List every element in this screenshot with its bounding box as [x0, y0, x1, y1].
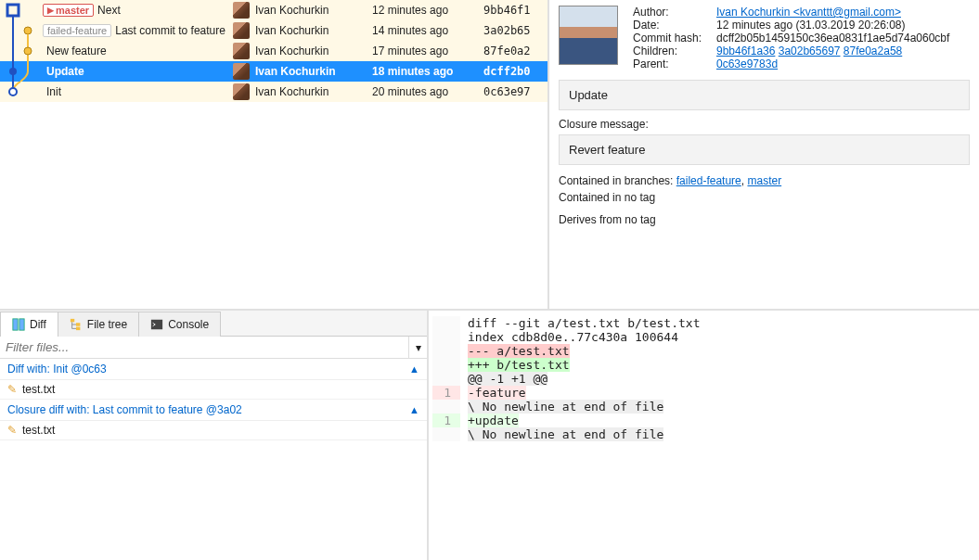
- diff-line: 1-feature: [432, 386, 975, 400]
- commit-date: 20 minutes ago: [372, 85, 483, 98]
- commit-short-hash: 9bb46f1: [483, 4, 539, 17]
- commit-short-hash: 87fe0a2: [483, 45, 539, 57]
- commit-msg: Last commit to feature: [115, 24, 225, 37]
- commit-row[interactable]: New featureIvan Kochurkin17 minutes ago8…: [0, 41, 547, 61]
- diff-text: diff --git a/test.txt b/test.txt: [460, 316, 700, 330]
- commit-meta: Author:Ivan Kochurkin <kvanttt@gmail.com…: [633, 6, 949, 70]
- console-icon: [150, 318, 163, 331]
- no-tag-text: Contained in no tag: [559, 191, 655, 204]
- diff-view: diff --git a/test.txt b/test.txtindex cd…: [429, 311, 979, 560]
- child-link[interactable]: 87fe0a2a58: [844, 45, 902, 57]
- svg-rect-0: [7, 5, 19, 16]
- commit-short-hash: 0c63e97: [483, 85, 539, 98]
- svg-rect-16: [71, 319, 74, 323]
- avatar: [559, 6, 618, 65]
- commit-short-hash: dcff2b0: [483, 65, 539, 78]
- avatar-mini: [231, 61, 251, 82]
- file-name: test.txt: [22, 383, 55, 396]
- graph-cell: [0, 41, 41, 61]
- diff-gutter: [432, 344, 460, 358]
- branch-link[interactable]: master: [747, 174, 781, 187]
- diff-gutter: [432, 427, 460, 441]
- edit-icon: ✎: [7, 424, 17, 437]
- graph-cell: [0, 20, 41, 41]
- child-link[interactable]: 3a02b65697: [779, 45, 841, 57]
- closure-label: Closure message:: [559, 118, 970, 131]
- author-link[interactable]: Ivan Kochurkin <kvanttt@gmail.com>: [716, 6, 901, 19]
- tab-console[interactable]: Console: [138, 312, 221, 337]
- tab-tree-label: File tree: [87, 318, 127, 331]
- diff-line: 1+update: [432, 414, 975, 427]
- child-link[interactable]: 9bb46f1a36: [716, 45, 775, 57]
- commit-date: 12 minutes ago: [372, 4, 483, 17]
- commit-message-box: Update: [559, 80, 970, 110]
- diff-gutter: [432, 330, 460, 344]
- diff-line: \ No newline at end of file: [432, 400, 975, 414]
- diff-gutter: [432, 372, 460, 386]
- commit-row[interactable]: masterNextIvan Kochurkin12 minutes ago9b…: [0, 0, 547, 20]
- commit-row[interactable]: failed-featureLast commit to featureIvan…: [0, 20, 547, 41]
- file-name: test.txt: [22, 424, 55, 437]
- diff-text: \ No newline at end of file: [460, 400, 663, 414]
- ref-master[interactable]: master: [43, 4, 94, 17]
- diff-line: +++ b/test.txt: [432, 358, 975, 372]
- commit-author: Ivan Kochurkin: [251, 65, 372, 78]
- diff-gutter: [432, 358, 460, 372]
- svg-rect-17: [76, 323, 80, 326]
- svg-point-7: [24, 47, 32, 55]
- graph-cell: [0, 0, 41, 20]
- diff-text: \ No newline at end of file: [460, 427, 663, 441]
- derives-text: Derives from no tag: [559, 211, 970, 228]
- avatar-mini: [231, 0, 251, 20]
- closure-message-box: Revert feature: [559, 134, 970, 165]
- commit-msg: New feature: [46, 45, 107, 57]
- graph-cell: [0, 82, 41, 102]
- tree-icon: [70, 318, 83, 331]
- diff-line: diff --git a/test.txt b/test.txt: [432, 316, 975, 330]
- svg-rect-15: [19, 319, 24, 330]
- svg-rect-18: [76, 327, 80, 331]
- diff-text: -feature: [460, 386, 526, 400]
- caret-down-icon: ▾: [416, 341, 421, 354]
- avatar-mini: [231, 20, 251, 41]
- tab-file-tree[interactable]: File tree: [58, 312, 139, 337]
- contained-branches-label: Contained in branches:: [559, 174, 676, 187]
- edit-icon: ✎: [7, 383, 17, 396]
- diff-gutter: 1: [432, 414, 460, 427]
- diff-section-header[interactable]: Diff with: Init @0c63▲: [0, 359, 427, 380]
- commit-author: Ivan Kochurkin: [251, 4, 372, 17]
- diff-line: @@ -1 +1 @@: [432, 372, 975, 386]
- commit-row[interactable]: UpdateIvan Kochurkin18 minutes agodcff2b…: [0, 61, 547, 82]
- tab-diff[interactable]: Diff: [0, 312, 58, 337]
- filter-dropdown[interactable]: ▾: [408, 337, 427, 358]
- commit-msg: Init: [46, 85, 61, 98]
- commit-row[interactable]: InitIvan Kochurkin20 minutes ago0c63e97: [0, 82, 547, 102]
- ref-failed-feature[interactable]: failed-feature: [43, 24, 111, 37]
- file-item[interactable]: ✎test.txt: [0, 380, 427, 400]
- avatar-mini: [231, 82, 251, 102]
- diff-section-header[interactable]: Closure diff with: Last commit to featur…: [0, 400, 427, 421]
- commit-date: 17 minutes ago: [372, 45, 483, 57]
- filter-input[interactable]: [0, 337, 408, 358]
- svg-point-3: [24, 27, 32, 34]
- file-item[interactable]: ✎test.txt: [0, 421, 427, 440]
- children-links: 9bb46f1a36 3a02b65697 87fe0a2a58: [716, 45, 902, 57]
- diff-gutter: [432, 316, 460, 330]
- bottom-tabs: Diff File tree Console: [0, 311, 427, 337]
- diff-gutter: 1: [432, 386, 460, 400]
- diff-line: \ No newline at end of file: [432, 427, 975, 441]
- diff-text: index cdb8d0e..77c430a 100644: [460, 330, 678, 344]
- tab-console-label: Console: [168, 318, 209, 331]
- diff-gutter: [432, 400, 460, 414]
- label-date: Date:: [633, 19, 716, 32]
- diff-text: +update: [460, 414, 519, 427]
- commit-date: 12 minutes ago (31.03.2019 20:26:08): [716, 19, 905, 32]
- chevron-up-icon: ▲: [409, 363, 419, 375]
- avatar-mini: [231, 41, 251, 61]
- parent-link[interactable]: 0c63e9783d: [716, 57, 778, 70]
- branch-link[interactable]: failed-feature: [676, 174, 741, 187]
- chevron-up-icon: ▲: [409, 404, 419, 415]
- commit-date: 14 minutes ago: [372, 24, 483, 37]
- section-title: Diff with: Init @0c63: [7, 363, 107, 375]
- svg-rect-19: [151, 320, 162, 330]
